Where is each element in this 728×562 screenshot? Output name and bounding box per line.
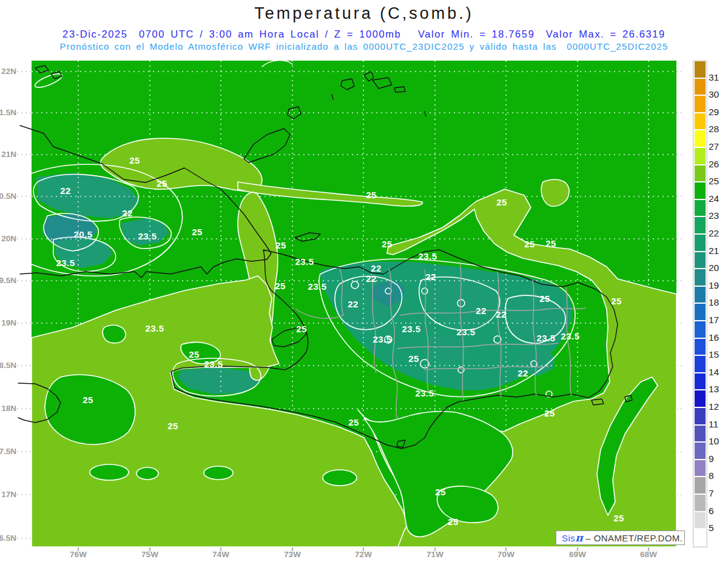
colorbar-cell — [694, 252, 706, 269]
colorbar-cell — [694, 529, 706, 546]
lon-label: 69W — [559, 549, 596, 560]
lat-label: 20.5N — [0, 191, 16, 202]
colorbar-cell — [694, 303, 706, 321]
contour-label: 25 — [397, 353, 431, 364]
contour-label: 23.5 — [408, 388, 442, 398]
colorbar-cell — [694, 199, 706, 217]
colorbar-tick-label: 29 — [709, 107, 728, 118]
lat-label: 18.5N — [0, 360, 16, 371]
colorbar-tick-label: 23 — [709, 210, 728, 221]
contour-label: 23.5 — [300, 281, 334, 292]
contour-label: 23.5 — [365, 334, 399, 344]
colorbar-tick-label: 18 — [709, 297, 728, 308]
colorbar-cell — [694, 321, 706, 338]
lon-label: 70W — [488, 549, 524, 560]
contour-label: 25 — [485, 197, 519, 207]
colorbar-tick-label: 20 — [709, 263, 728, 273]
contour-label: 25 — [534, 238, 568, 249]
colorbar-tick-label: 7 — [709, 488, 728, 499]
lat-label: 21N — [1, 149, 16, 160]
contour-label: 25 — [599, 296, 633, 306]
colorbar-tick-label: 16 — [709, 332, 728, 343]
credit-box: Sisπ – ONAMET/REP.DOM. — [556, 530, 685, 545]
colorbar-cell — [694, 95, 706, 113]
contour-label: 23.5 — [411, 251, 445, 261]
lat-label: 19N — [1, 318, 16, 329]
lat-label: 18N — [1, 403, 16, 414]
contour-label: 23.5 — [449, 327, 483, 337]
colorbar-tick-label: 11 — [709, 419, 728, 430]
colorbar-cell — [694, 78, 706, 96]
lon-label: 76W — [60, 549, 96, 560]
colorbar-cell — [694, 165, 706, 182]
colorbar-cell — [694, 373, 706, 390]
temperature-colorbar — [693, 60, 707, 547]
lat-label: 21.5N — [0, 107, 16, 118]
contour-label: 22 — [414, 272, 448, 282]
colorbar-cell — [694, 61, 706, 78]
contour-label: 23.5 — [197, 359, 231, 369]
colorbar-cell — [694, 147, 706, 165]
colorbar-cell — [694, 234, 706, 252]
credit-pi-icon: π — [575, 532, 582, 544]
contour-label: 23.5 — [529, 333, 563, 343]
contour-label: 23.5 — [138, 323, 172, 333]
colorbar-tick-label: 24 — [709, 193, 728, 204]
contour-label: 25 — [118, 155, 152, 166]
lon-label: 75W — [132, 549, 168, 560]
colorbar-cell — [694, 390, 706, 407]
lon-label: 71W — [417, 549, 453, 560]
colorbar-tick-label: 30 — [709, 89, 728, 100]
contour-label: 25 — [354, 190, 388, 200]
contour-label: 25 — [180, 227, 214, 237]
contour-label: 22 — [354, 273, 388, 284]
colorbar-cell — [694, 269, 706, 286]
contour-label: 25 — [71, 395, 105, 405]
colorbar-cell — [694, 477, 706, 494]
lat-label: 20N — [1, 233, 16, 244]
contour-label: 22 — [484, 309, 518, 319]
contour-label: 23.5 — [49, 258, 83, 268]
contour-label: 25 — [285, 324, 318, 334]
colorbar-tick-label: 25 — [709, 176, 728, 187]
lat-label: 17N — [1, 489, 16, 500]
colorbar-tick-label: 31 — [709, 72, 728, 83]
lat-label: 16.5N — [0, 533, 16, 544]
contour-label: 25 — [177, 349, 211, 360]
lat-label: 19.5N — [0, 275, 16, 286]
contour-label: 25 — [337, 417, 371, 427]
contour-label: 22 — [359, 263, 393, 273]
colorbar-cell — [694, 442, 706, 460]
contour-label: 25 — [436, 517, 470, 527]
contour-label: 22 — [506, 368, 540, 378]
colorbar-tick-label: 10 — [709, 436, 728, 447]
colorbar-tick-label: 15 — [709, 349, 728, 360]
contour-label: 23.5 — [394, 324, 428, 334]
lon-label: 73W — [274, 549, 311, 560]
colorbar-tick-label: 13 — [709, 384, 728, 395]
colorbar-cell — [694, 512, 706, 529]
contour-label: 23.5 — [288, 256, 322, 267]
contour-label: 25 — [263, 281, 297, 291]
colorbar-tick-label: 22 — [709, 228, 728, 239]
colorbar-tick-label: 6 — [709, 506, 728, 517]
colorbar-tick-label: 28 — [709, 124, 728, 135]
weather-map-page: Temperatura (C,somb.) 23-Dic-2025 0700 U… — [0, 0, 728, 562]
contour-label: 25 — [423, 487, 457, 497]
colorbar-cell — [694, 130, 706, 147]
colorbar-cell — [694, 425, 706, 443]
contour-label: 23.5 — [130, 231, 164, 241]
contour-label: 22 — [336, 299, 370, 309]
contour-label: 25 — [602, 513, 636, 523]
contour-label: 25 — [145, 178, 179, 189]
colorbar-cell — [694, 494, 706, 512]
credit-org: – ONAMET/REP.DOM. — [583, 533, 682, 543]
contour-label: 25 — [264, 240, 298, 250]
colorbar-tick-label: 14 — [709, 367, 728, 378]
lon-label: 72W — [345, 549, 382, 560]
contour-label: 25 — [528, 293, 562, 304]
contour-label: 22 — [110, 208, 144, 218]
colorbar-tick-label: 19 — [709, 280, 728, 291]
colorbar-cell — [694, 286, 706, 304]
colorbar-tick-label: 8 — [709, 470, 728, 481]
